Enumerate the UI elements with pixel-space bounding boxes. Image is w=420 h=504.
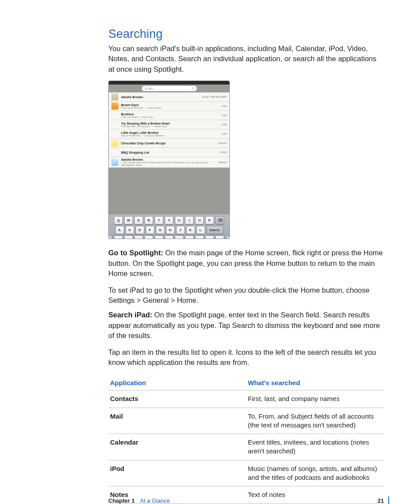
spotlight-query: Bro — [147, 87, 192, 90]
result-title: Chocolate Chip Cookie Recipe — [121, 142, 218, 145]
document-page: Searching You can search iPad's built-in… — [0, 0, 420, 504]
footer-rule — [388, 497, 389, 504]
spotlight-result-row: Try Sleeping With a Broken HeartThe Elem… — [109, 120, 229, 129]
keyboard-key: A — [115, 226, 124, 234]
keyboard-key: . — [215, 235, 224, 239]
table-header-row: Application What's searched — [108, 375, 384, 390]
result-text: Sandra Brooks — [121, 96, 202, 99]
result-text: Little Angel, Little BrotherSenior Momen… — [121, 131, 221, 137]
music-icon — [111, 103, 118, 110]
result-subtitle: Senior Moments — Lucinda Williams — [121, 134, 221, 137]
result-title: Sandra Brooks — [121, 96, 202, 99]
table-row: MailTo, From, and Subject fields of all … — [108, 408, 384, 434]
spotlight-result-row: Chocolate Chip Cookie Recipe1/10/10 — [109, 139, 229, 148]
keyboard-key: , — [195, 235, 204, 239]
table-row: ContactsFirst, last, and company names — [108, 390, 384, 408]
table-row: CalendarEvent titles, invitees, and loca… — [108, 434, 384, 460]
result-text: Chocolate Chip Cookie Recipe — [121, 142, 218, 145]
result-meta: 4:24 — [221, 132, 227, 135]
keyboard-key: E — [134, 216, 143, 224]
keyboard-key: M — [175, 235, 184, 239]
result-text: BBQ Shopping List — [121, 151, 219, 154]
cell-whats-searched: First, last, and company names — [246, 390, 384, 408]
search-ipad-paragraph: Search iPad: On the Spotlight page, ente… — [108, 310, 384, 341]
result-title: Brown Eyes — [121, 103, 221, 107]
keyboard-key: S — [125, 226, 134, 234]
result-title: BBQ Shopping List — [121, 151, 219, 154]
spotlight-result-row: Little Angel, Little BrotherSenior Momen… — [109, 129, 229, 139]
cell-whats-searched: Event titles, invitees, and locations (n… — [246, 434, 384, 460]
spotlight-result-row: BBQ Shopping List1/9/10 — [109, 148, 229, 157]
result-meta: 4:08 — [221, 123, 227, 126]
onscreen-keyboard: QWERTYUIOP⌫ ASDFGHJKLSearch ⇧ZXCVBNM!,?.… — [109, 214, 229, 239]
chapter-title: At a Glance — [140, 497, 170, 504]
search-icon: 🔍 — [144, 87, 147, 90]
chapter-label: Chapter 1 — [108, 497, 135, 504]
settings-path-paragraph: To set iPad to go to the Spotlight when … — [108, 285, 384, 306]
notes-icon — [111, 140, 118, 147]
result-text: Sandra Brooks» My five favorite parks Th… — [121, 158, 218, 166]
keyboard-key: Y — [165, 216, 173, 224]
keyboard-key: ! — [185, 235, 194, 239]
search-ipad-label: Search iPad: — [108, 311, 152, 319]
result-meta: 4:23 — [221, 114, 227, 117]
keyboard-key: ? — [205, 235, 214, 239]
col-whats-searched: What's searched — [246, 375, 384, 390]
status-bar — [109, 81, 229, 85]
whats-searched-table: Application What's searched ContactsFirs… — [108, 375, 384, 504]
cell-whats-searched: To, From, and Subject fields of all acco… — [246, 408, 384, 434]
keyboard-key: Q — [114, 216, 123, 224]
cell-application: Calendar — [108, 434, 246, 460]
keyboard-key: O — [195, 216, 204, 224]
page-footer: Chapter 1 At a Glance 21 — [108, 497, 389, 504]
keyboard-key: L — [196, 226, 205, 234]
spotlight-screenshot: 🔍 Bro ⓧ Sandra Brookshome: 408-555-6583B… — [108, 81, 230, 239]
page-number: 21 — [378, 497, 384, 504]
cell-application: Mail — [108, 408, 246, 434]
spotlight-result-row: BrothersOne Life Stand — Hot Chip4:23 — [109, 111, 229, 120]
keyboard-key: J — [176, 226, 185, 234]
result-meta: 1/9/10 — [219, 151, 227, 154]
keyboard-key: V — [144, 235, 153, 239]
keyboard-key: R — [144, 216, 153, 224]
keyboard-key: P — [205, 216, 214, 224]
result-meta: 1/25/10 — [218, 161, 227, 164]
keyboard-key: ⌫ — [215, 216, 224, 224]
keyboard-key: U — [175, 216, 184, 224]
result-meta: 1/10/10 — [218, 142, 227, 144]
section-heading: Searching — [108, 27, 384, 41]
spotlight-search-field: 🔍 Bro ⓧ — [142, 86, 197, 91]
keyboard-key: C — [134, 235, 143, 239]
keyboard-key: ⇧ — [108, 235, 113, 239]
result-text: Brown EyesThe Fame Monster — Lady GaGa — [121, 103, 221, 109]
keyboard-key: N — [165, 235, 173, 239]
tap-item-paragraph: Tap an item in the results list to open … — [108, 347, 384, 368]
keyboard-key: Search — [206, 226, 223, 234]
spotlight-results: Sandra Brookshome: 408-555-6583Brown Eye… — [109, 92, 229, 168]
keyboard-key: T — [155, 216, 163, 224]
keyboard-key: Z — [114, 235, 123, 239]
cell-application: Contacts — [108, 390, 246, 408]
keyboard-key: ⇧ — [225, 235, 230, 239]
table-row: iPodMusic (names of songs, artists, and … — [108, 460, 384, 486]
col-application: Application — [108, 375, 246, 390]
result-meta: 4:02 — [221, 105, 227, 107]
cell-whats-searched: Music (names of songs, artists, and albu… — [246, 460, 384, 486]
goto-spotlight-label: Go to Spotlight: — [108, 249, 163, 257]
keyboard-key: X — [124, 235, 133, 239]
intro-paragraph: You can search iPad's built-in applicati… — [108, 44, 384, 74]
result-title: Sandra Brooks — [121, 158, 218, 161]
result-meta: home: 408-555-6583 — [202, 96, 227, 98]
spotlight-result-row: Brown EyesThe Fame Monster — Lady GaGa4:… — [109, 102, 229, 111]
result-subtitle: The Element of Freedom — Alicia Keys — [121, 125, 221, 128]
result-title: Try Sleeping With a Broken Heart — [121, 122, 221, 125]
spotlight-result-row: Sandra Brooks» My five favorite parks Th… — [109, 157, 229, 168]
goto-spotlight-paragraph: Go to Spotlight: On the main page of the… — [108, 248, 384, 279]
keyboard-key: B — [155, 235, 163, 239]
keyboard-key: I — [185, 216, 194, 224]
result-text: Try Sleeping With a Broken HeartThe Elem… — [121, 122, 221, 128]
keyboard-key: W — [124, 216, 133, 224]
result-subtitle: The Fame Monster — Lady GaGa — [121, 107, 221, 109]
spotlight-empty-area — [109, 168, 229, 214]
keyboard-key: F — [146, 226, 155, 234]
